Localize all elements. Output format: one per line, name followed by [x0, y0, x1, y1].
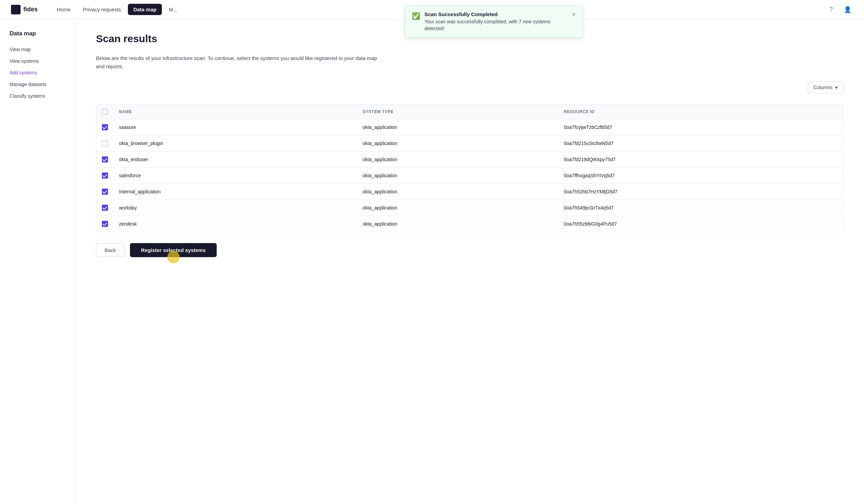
cell-resource-id-1: 0oa7fd215uStcltwN5d7 [558, 135, 843, 152]
sidebar-item-classify-systems[interactable]: Classify systems [5, 91, 70, 101]
toast-content: Scan Successfully Completed Your scan wa… [424, 11, 568, 32]
sidebar-item-manage-datasets[interactable]: Manage datasets [5, 79, 70, 90]
cell-name-1: okta_browser_plugin [113, 135, 357, 152]
cell-name-4: Internal_application [113, 184, 357, 200]
main-layout: Data map View map View systems Add syste… [0, 19, 864, 504]
sidebar: Data map View map View systems Add syste… [0, 19, 75, 504]
table-header-row: NAME SYSTEM TYPE RESOURCE ID [96, 105, 843, 119]
nav-item-privacy[interactable]: Privacy requests [77, 4, 127, 15]
sidebar-item-view-map[interactable]: View map [5, 44, 70, 55]
cell-system-type-3: okta_application [357, 168, 558, 184]
chevron-down-icon: ▾ [835, 85, 838, 90]
sidebar-title: Data map [5, 30, 70, 37]
toast-body: Your scan was successfully completed, wi… [424, 19, 568, 32]
table-row: okta_browser_plugin okta_application 0oa… [96, 135, 843, 152]
row-checkbox-5[interactable] [102, 205, 108, 211]
brand-name: fides [23, 6, 38, 13]
columns-label: Columns [814, 85, 832, 90]
cell-system-type-1: okta_application [357, 135, 558, 152]
register-button[interactable]: Register selected systems [130, 243, 216, 257]
cell-system-type-0: okta_application [357, 119, 558, 135]
toast-success-icon: ✅ [412, 12, 420, 20]
row-checkbox-1[interactable] [102, 140, 108, 146]
col-header-resource-id: RESOURCE ID [558, 105, 843, 119]
main-content: Scan results Below are the results of yo… [75, 19, 864, 504]
cell-resource-id-2: 0oa7fd219dQtKkpy75d7 [558, 152, 843, 168]
page-description: Below are the results of your infrastruc… [96, 54, 377, 71]
success-toast: ✅ Scan Successfully Completed Your scan … [405, 5, 583, 38]
nav-right: ? 👤 [826, 4, 853, 15]
row-checkbox-4[interactable] [102, 189, 108, 195]
table-row: workday okta_application 0oa7h549jicGrTx… [96, 200, 843, 216]
systems-table: NAME SYSTEM TYPE RESOURCE ID saasure okt… [96, 104, 843, 232]
cell-system-type-6: okta_application [357, 216, 558, 232]
register-button-wrapper: Register selected systems [130, 243, 216, 257]
cell-name-3: salesforce [113, 168, 357, 184]
columns-button[interactable]: Columns ▾ [808, 82, 843, 93]
sidebar-item-add-systems[interactable]: Add systems [5, 67, 70, 78]
cell-system-type-2: okta_application [357, 152, 558, 168]
brand-icon [11, 5, 21, 14]
cell-name-6: zendesk [113, 216, 357, 232]
cell-resource-id-5: 0oa7h549jicGrTx4q5d7 [558, 200, 843, 216]
table-row: zendesk okta_application 0oa7h55z66iG0g4… [96, 216, 843, 232]
table-row: salesforce okta_application 0oa7ffhogaqS… [96, 168, 843, 184]
cell-resource-id-4: 0oa7h52hb7HzYMljG5d7 [558, 184, 843, 200]
select-all-checkbox[interactable] [102, 109, 108, 115]
table-row: Internal_application okta_application 0o… [96, 184, 843, 200]
row-checkbox-0[interactable] [102, 124, 108, 130]
cell-system-type-5: okta_application [357, 200, 558, 216]
cell-system-type-4: okta_application [357, 184, 558, 200]
action-buttons: Back Register selected systems [96, 243, 843, 257]
help-button[interactable]: ? [826, 4, 837, 15]
user-button[interactable]: 👤 [842, 4, 853, 15]
cell-name-2: okta_enduser [113, 152, 357, 168]
table-row: saasure okta_application 0oa7fcyijwTzbCz… [96, 119, 843, 135]
row-checkbox-2[interactable] [102, 156, 108, 163]
row-checkbox-6[interactable] [102, 221, 108, 227]
row-checkbox-3[interactable] [102, 172, 108, 179]
cell-resource-id-3: 0oa7ffhogaqShYtVq5d7 [558, 168, 843, 184]
sidebar-item-view-systems[interactable]: View systems [5, 56, 70, 67]
cell-name-0: saasure [113, 119, 357, 135]
col-header-name: NAME [113, 105, 357, 119]
nav-item-home[interactable]: Home [51, 4, 76, 15]
cell-resource-id-6: 0oa7h55z66iG0g4Pu5d7 [558, 216, 843, 232]
col-header-system-type: SYSTEM TYPE [357, 105, 558, 119]
cell-name-5: workday [113, 200, 357, 216]
cell-resource-id-0: 0oa7fcyijwTzbCzfb5d7 [558, 119, 843, 135]
toast-title: Scan Successfully Completed [424, 11, 568, 17]
nav-item-datamap[interactable]: Data map [128, 4, 162, 15]
nav-item-more[interactable]: M... [163, 4, 183, 15]
table-row: okta_enduser okta_application 0oa7fd219d… [96, 152, 843, 168]
brand-logo[interactable]: fides [11, 5, 38, 14]
toast-close-button[interactable]: × [572, 11, 576, 17]
back-button[interactable]: Back [96, 243, 124, 257]
